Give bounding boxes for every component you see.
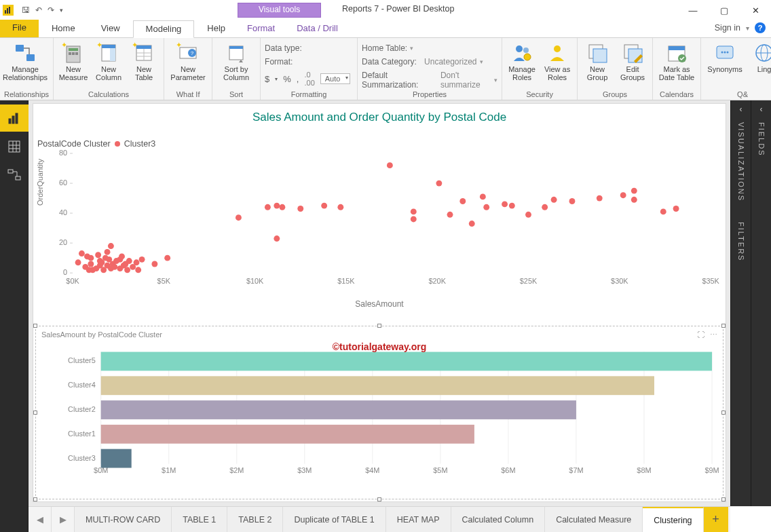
edit-groups-button[interactable]: EditGroups bbox=[617, 41, 648, 83]
svg-text:$5K: $5K bbox=[157, 277, 171, 285]
svg-rect-11 bbox=[102, 45, 115, 48]
new-table-icon: ✦ bbox=[133, 42, 155, 64]
save-icon[interactable]: 🖫 bbox=[20, 4, 31, 16]
svg-text:$7M: $7M bbox=[569, 466, 583, 474]
redo-icon[interactable]: ↷ bbox=[46, 4, 56, 16]
page-tab[interactable]: HEAT MAP bbox=[386, 507, 451, 532]
view-as-roles-button[interactable]: View asRoles bbox=[542, 41, 573, 83]
scatter-chart-visual[interactable]: Sales Amount and Order Quantity by Posta… bbox=[33, 104, 726, 321]
page-tab[interactable]: TABLE 1 bbox=[172, 507, 227, 532]
home-table-dropdown[interactable]: Home Table: bbox=[362, 43, 497, 53]
new-table-button[interactable]: ✦NewTable bbox=[128, 41, 159, 83]
help-icon[interactable]: ? bbox=[755, 22, 766, 33]
tab-data-drill[interactable]: Data / Drill bbox=[286, 20, 349, 38]
chevron-down-icon[interactable]: ▾ bbox=[746, 24, 749, 32]
svg-rect-157 bbox=[101, 376, 654, 395]
sign-in-link[interactable]: Sign in bbox=[715, 23, 740, 33]
data-view-button[interactable] bbox=[0, 133, 29, 160]
edit-groups-icon bbox=[622, 42, 643, 64]
view-as-roles-icon bbox=[546, 42, 568, 64]
tab-home[interactable]: Home bbox=[39, 20, 88, 37]
page-tab[interactable]: Calculated Measure bbox=[545, 507, 643, 532]
sort-by-column-button[interactable]: Sort byColumn bbox=[217, 41, 256, 83]
scatter-title: Sales Amount and Order Quantity by Posta… bbox=[33, 104, 726, 124]
model-view-button[interactable] bbox=[0, 162, 29, 189]
new-parameter-button[interactable]: ✦?NewParameter bbox=[168, 41, 208, 83]
svg-point-25 bbox=[524, 54, 531, 60]
svg-rect-7 bbox=[69, 52, 71, 55]
undo-icon[interactable]: ↶ bbox=[34, 4, 43, 16]
page-tab[interactable]: TABLE 2 bbox=[227, 507, 283, 532]
svg-text:$35K: $35K bbox=[702, 277, 719, 285]
tab-modeling[interactable]: Modeling bbox=[133, 20, 195, 38]
svg-point-118 bbox=[459, 198, 466, 204]
svg-text:$30K: $30K bbox=[611, 277, 628, 285]
mark-as-date-table-button[interactable]: Mark asDate Table bbox=[657, 41, 696, 83]
svg-text:$2M: $2M bbox=[229, 466, 244, 474]
page-tab[interactable]: MULTI-ROW CARD bbox=[75, 507, 172, 532]
close-button[interactable]: ✕ bbox=[740, 0, 771, 20]
svg-text:$5M: $5M bbox=[433, 466, 447, 474]
svg-point-70 bbox=[79, 250, 85, 256]
svg-text:Cluster1: Cluster1 bbox=[68, 430, 96, 438]
minimize-button[interactable]: — bbox=[677, 0, 709, 20]
report-canvas[interactable]: Sales Amount and Order Quantity by Posta… bbox=[29, 100, 730, 506]
page-tab[interactable]: Calculated Column bbox=[451, 507, 546, 532]
svg-rect-0 bbox=[5, 10, 6, 14]
svg-text:Cluster2: Cluster2 bbox=[68, 405, 96, 413]
svg-text:40: 40 bbox=[59, 208, 67, 216]
data-category-dropdown[interactable]: Data Category: Uncategorized bbox=[362, 57, 497, 66]
manage-relationships-button[interactable]: ManageRelationships bbox=[4, 41, 46, 83]
svg-rect-12 bbox=[110, 48, 115, 61]
svg-point-119 bbox=[469, 221, 475, 227]
qat-dropdown-icon[interactable]: ▾ bbox=[58, 5, 64, 15]
data-type-dropdown[interactable]: Data type: bbox=[265, 43, 353, 53]
synonyms-button[interactable]: Synonyms bbox=[705, 41, 745, 75]
svg-rect-3 bbox=[16, 45, 24, 52]
svg-point-37 bbox=[727, 52, 729, 54]
add-page-button[interactable]: + bbox=[704, 507, 728, 532]
new-column-button[interactable]: ✦NewColumn bbox=[93, 41, 124, 83]
svg-rect-41 bbox=[9, 119, 11, 124]
tab-format[interactable]: Format bbox=[236, 20, 286, 38]
svg-text:$3M: $3M bbox=[297, 466, 312, 474]
new-measure-button[interactable]: ✦NewMeasure bbox=[58, 41, 89, 83]
title-bar: 🖫 ↶ ↷ ▾ Visual tools Reports 7 - Power B… bbox=[0, 0, 771, 20]
svg-point-111 bbox=[321, 203, 327, 209]
svg-point-114 bbox=[411, 208, 417, 214]
svg-rect-2 bbox=[9, 7, 10, 14]
fields-pane[interactable]: ‹ FIELDS bbox=[751, 100, 771, 506]
svg-point-116 bbox=[436, 180, 442, 187]
decimal-auto-dropdown[interactable]: Auto bbox=[320, 73, 351, 84]
new-group-button[interactable]: NewGroup bbox=[582, 41, 613, 83]
visual-tools-header: Visual tools bbox=[238, 3, 321, 18]
percent-button[interactable]: % bbox=[283, 74, 291, 84]
group-security-label: Security bbox=[506, 90, 573, 100]
svg-point-112 bbox=[337, 204, 343, 210]
page-tab[interactable]: Duplicate of TABLE 1 bbox=[283, 507, 386, 532]
svg-point-110 bbox=[297, 206, 303, 212]
svg-point-131 bbox=[631, 197, 637, 203]
svg-rect-44 bbox=[9, 141, 20, 152]
tab-view[interactable]: View bbox=[88, 20, 133, 37]
page-tab[interactable]: Clustering bbox=[643, 507, 703, 532]
file-tab[interactable]: File bbox=[0, 20, 39, 37]
currency-button[interactable]: $ bbox=[265, 74, 269, 84]
format-dropdown[interactable]: Format: bbox=[265, 57, 353, 66]
tab-help[interactable]: Help bbox=[194, 20, 238, 37]
visualizations-pane[interactable]: ‹ VISUALIZATIONS FILTERS bbox=[730, 100, 751, 506]
page-nav-prev[interactable]: ◀ bbox=[29, 507, 52, 532]
new-column-icon: ✦ bbox=[98, 42, 119, 64]
manage-roles-button[interactable]: ManageRoles bbox=[506, 41, 538, 83]
maximize-button[interactable]: ▢ bbox=[709, 0, 740, 20]
comma-button[interactable]: , bbox=[297, 74, 299, 84]
svg-text:20: 20 bbox=[59, 238, 67, 246]
svg-rect-8 bbox=[72, 52, 75, 55]
report-view-button[interactable] bbox=[0, 104, 29, 132]
focus-mode-icon[interactable]: ⛶ bbox=[697, 330, 704, 339]
default-summarization-dropdown[interactable]: Default Summarization: Don't summarize bbox=[362, 71, 497, 90]
linguistic-button[interactable]: Ling bbox=[749, 41, 771, 75]
svg-point-103 bbox=[151, 261, 157, 267]
page-nav-next[interactable]: ▶ bbox=[52, 507, 75, 532]
more-options-icon[interactable]: ⋯ bbox=[710, 330, 717, 339]
